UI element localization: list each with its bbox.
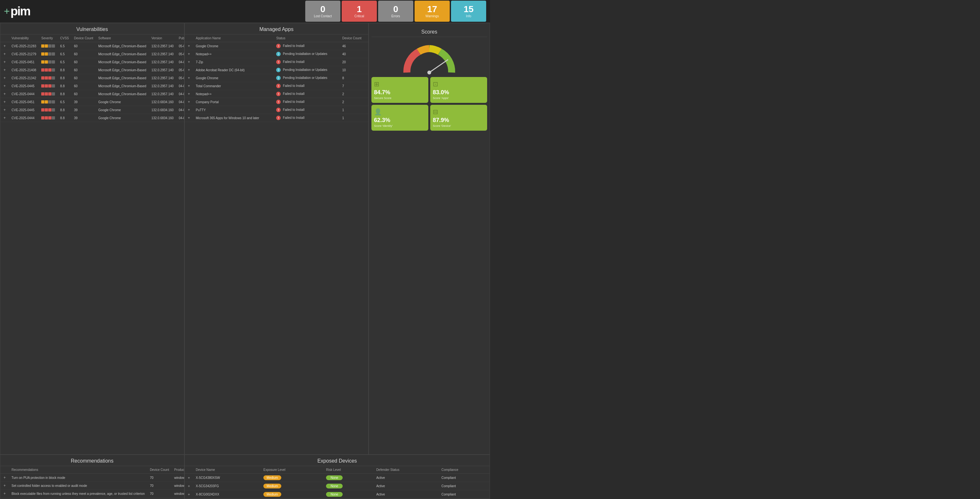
table-row: + 7-Zip ! Failed to Install 20 — [185, 58, 369, 66]
stat-info[interactable]: 15 Info — [451, 1, 486, 22]
expand-cell[interactable]: + — [0, 42, 9, 50]
expand-cell[interactable]: + — [185, 82, 193, 90]
table-row: + Adobe Acrobat Reader DC (64-bit) i Pen… — [185, 66, 369, 74]
expand-cell[interactable]: + — [0, 482, 9, 490]
stat-warnings[interactable]: 17 Warnings — [415, 1, 450, 22]
expand-cell[interactable]: + — [185, 74, 193, 82]
dev-compliance-cell: Compliant — [439, 482, 490, 490]
stat-errors-num: 0 — [393, 5, 398, 14]
expand-cell[interactable]: + — [185, 490, 193, 499]
identity-score-icon: 👤 — [374, 108, 382, 116]
table-row: + Total Commander ! Failed to Install 7 — [185, 82, 369, 90]
expand-cell[interactable]: + — [185, 90, 193, 98]
stat-errors[interactable]: 0 Errors — [378, 1, 413, 22]
dev-risk-cell: None — [323, 474, 374, 482]
table-row: + Block executable files from running un… — [0, 490, 184, 498]
dev-defender-cell: Active — [374, 490, 439, 499]
table-row: + CVE-2025-21342 8.8 60 Microsoft Edge_C… — [0, 74, 184, 82]
expand-cell[interactable]: + — [0, 98, 9, 106]
expand-cell[interactable]: + — [185, 106, 193, 114]
software-cell: Google Chrome — [96, 106, 149, 114]
col-published: Published — [176, 35, 184, 42]
count-cell: 60 — [72, 90, 96, 98]
expand-cell[interactable]: + — [185, 482, 193, 490]
expand-cell[interactable]: + — [0, 474, 9, 482]
logo-plus-icon: + — [4, 6, 10, 16]
col-dev-expand — [185, 466, 193, 474]
expand-cell[interactable]: + — [185, 98, 193, 106]
app-count-cell: 1 — [340, 114, 368, 122]
count-cell: 60 — [72, 58, 96, 66]
expand-cell[interactable]: + — [0, 90, 9, 98]
expand-cell[interactable]: + — [0, 490, 9, 498]
stat-warnings-num: 17 — [427, 5, 437, 14]
rec-product-cell: windows_11 — [172, 482, 184, 490]
expand-cell[interactable]: + — [0, 114, 9, 122]
expand-cell[interactable]: + — [0, 58, 9, 66]
dev-name-cell: X-5CG34203FG — [193, 482, 261, 490]
apps-score-icon: ⊡ — [433, 80, 438, 88]
count-cell: 60 — [72, 50, 96, 58]
cvss-cell: 6.5 — [57, 42, 71, 50]
cve-cell: CVE-2025-21279 — [9, 50, 39, 58]
status-icon: ! — [276, 100, 281, 104]
expand-cell[interactable]: + — [0, 74, 9, 82]
severity-cell — [39, 114, 57, 122]
app-count-cell: 1 — [340, 106, 368, 114]
cve-cell: CVE-2025-0451 — [9, 58, 39, 66]
stat-lost-contact[interactable]: 0 Lost Contact — [305, 1, 340, 22]
app-count-cell: 20 — [340, 58, 368, 66]
expand-cell[interactable]: + — [0, 82, 9, 90]
status-text: Failed to Install — [283, 108, 304, 111]
status-text: Pending Installation or Updates — [283, 52, 327, 56]
software-cell: Microsoft Edge_Chromium-Based — [96, 58, 149, 66]
count-cell: 60 — [72, 82, 96, 90]
version-cell: 132.0.2957.140 — [149, 50, 177, 58]
rec-text-cell: Set controlled folder access to enabled … — [9, 482, 147, 490]
severity-cell — [39, 98, 57, 106]
count-cell: 60 — [72, 42, 96, 50]
app-status-cell: ! Failed to Install — [274, 98, 339, 106]
cvss-cell: 8.8 — [57, 106, 71, 114]
expand-cell[interactable]: + — [0, 50, 9, 58]
expand-cell[interactable]: + — [0, 106, 9, 114]
cvss-cell: 6.5 — [57, 50, 71, 58]
dev-exposure-cell: Medium — [261, 474, 323, 482]
expand-cell[interactable]: + — [185, 114, 193, 122]
dev-defender-cell: Active — [374, 474, 439, 482]
status-text: Pending Installation or Updates — [283, 68, 327, 72]
severity-cell — [39, 66, 57, 74]
cvss-cell: 8.8 — [57, 90, 71, 98]
table-row: + CVE-2025-0451 6.5 39 Google Chrome 132… — [0, 98, 184, 106]
col-version: Version — [149, 35, 177, 42]
status-icon: i — [276, 68, 281, 72]
app-status-cell: ! Failed to Install — [274, 106, 339, 114]
managed-apps-table: Application Name Status Device Count + G… — [185, 35, 369, 122]
app-count-cell: 46 — [340, 42, 368, 50]
col-expand-apps — [185, 35, 193, 42]
vulnerabilities-title: Vulnerabilities — [0, 23, 184, 35]
gauge — [401, 42, 458, 74]
software-cell: Microsoft Edge_Chromium-Based — [96, 74, 149, 82]
published-cell: 05-02-2025 17:00:00 — [176, 66, 184, 74]
expand-cell[interactable]: + — [185, 474, 193, 482]
expand-cell[interactable]: + — [185, 66, 193, 74]
device-score-label: Score 'Device' — [433, 124, 451, 127]
published-cell: 04-02-2025 01:00:00 — [176, 98, 184, 106]
svg-point-1 — [427, 71, 431, 75]
status-text: Pending Installation or Updates — [283, 76, 327, 79]
cve-cell: CVE-2025-21283 — [9, 42, 39, 50]
expand-cell[interactable]: + — [0, 66, 9, 74]
table-row: + PuTTY ! Failed to Install 1 — [185, 106, 369, 114]
count-cell: 39 — [72, 114, 96, 122]
stat-critical[interactable]: 1 Critical — [342, 1, 377, 22]
stat-lost-contact-label: Lost Contact — [314, 14, 332, 18]
dev-name-cell: X-8CG0024DXX — [193, 490, 261, 499]
status-icon: ! — [276, 116, 281, 120]
published-cell: 04-02-2025 01:00:00 — [176, 114, 184, 122]
version-cell: 132.0.2957.140 — [149, 42, 177, 50]
expand-cell[interactable]: + — [185, 50, 193, 58]
expand-cell[interactable]: + — [185, 58, 193, 66]
expand-cell[interactable]: + — [185, 42, 193, 50]
logo: + pim — [4, 5, 30, 17]
